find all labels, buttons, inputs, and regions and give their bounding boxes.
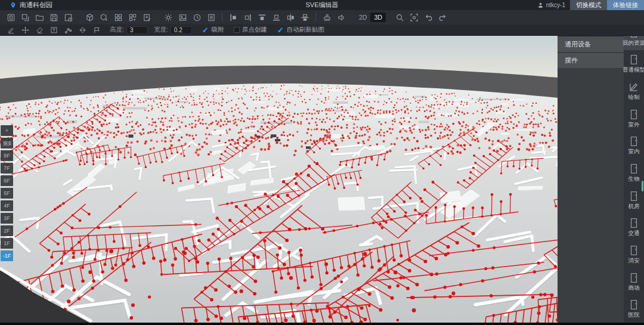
save-history-icon[interactable] [61, 11, 75, 23]
sidebar-item-draw[interactable]: 绘制 [624, 77, 644, 104]
check-icon: ✓ [277, 26, 284, 34]
sidebar-item-outdoor[interactable]: 室外 [624, 104, 644, 132]
save-icon[interactable] [47, 11, 61, 23]
floor-button-2f[interactable]: 2F [1, 225, 13, 236]
redo-icon[interactable] [436, 11, 450, 23]
user-icon [537, 2, 544, 8]
align-wall-right-icon[interactable] [240, 11, 255, 23]
floor-button-7f[interactable]: 7F [1, 163, 13, 174]
door-icon [628, 54, 639, 65]
add-floor-button[interactable]: + [1, 125, 13, 136]
scene-render [0, 36, 558, 323]
switch-mode-button[interactable]: 切换模式 [570, 0, 607, 10]
width-label: 宽度: [154, 26, 168, 34]
align-wall-bottom-icon[interactable] [269, 11, 283, 23]
check-icon: ✓ [202, 26, 209, 34]
scrollbar-thumb[interactable] [642, 181, 643, 191]
move-icon[interactable] [18, 25, 32, 35]
width-input[interactable] [171, 26, 192, 34]
user-chip[interactable]: ntkcy-1 [537, 2, 565, 8]
door-icon [628, 109, 639, 120]
model-add-icon[interactable] [97, 11, 111, 23]
model-rotate-icon[interactable] [82, 11, 97, 23]
blocks-icon[interactable] [111, 11, 125, 23]
location-pin-icon [10, 2, 17, 9]
align-center-h-icon[interactable] [283, 11, 298, 23]
door-icon [628, 218, 639, 228]
floor-button-3f[interactable]: 3F [1, 213, 13, 224]
capture-icon[interactable] [407, 11, 422, 23]
prism-icon[interactable] [75, 25, 89, 35]
floor-button-b1f[interactable]: -1F [1, 250, 13, 261]
door-icon [628, 245, 639, 256]
flag-icon[interactable] [89, 25, 104, 35]
view-3d-button[interactable]: 3D [370, 13, 385, 22]
sidebar-item-traffic[interactable]: 交通 [624, 213, 644, 241]
list-icon[interactable] [204, 11, 218, 23]
folder-open-icon[interactable] [32, 11, 47, 23]
door-icon [628, 136, 639, 147]
project-name: 南通科创园 [20, 1, 52, 10]
project-board-icon[interactable] [4, 11, 18, 23]
title-bar: 南通科创园 SVE编辑器 ntkcy-1 切换模式 体验链接 [0, 0, 644, 10]
sidebar-item-mall[interactable]: 商场 [624, 268, 644, 295]
category-sidebar: 我的资源 普通模型 绘制 室外 室内 生物 机房 交通 [624, 23, 644, 323]
library-item-ornaments[interactable]: 摆件 [558, 53, 624, 68]
draw-toolbar: 高度: 宽度: ✓ 吸附 原点创建 ✓ 自动刷新贴图 [0, 24, 644, 36]
floor-button-1f[interactable]: 1F [1, 238, 13, 249]
floor-button-6f[interactable]: 6F [1, 175, 13, 186]
app-title: SVE编辑器 [179, 1, 465, 10]
project-info: 南通科创园 [0, 1, 179, 10]
pencil-ruler-icon [628, 82, 639, 92]
stamp-icon[interactable] [320, 11, 334, 23]
sidebar-item-hospital[interactable]: 医院 [624, 295, 644, 323]
pencil-icon[interactable] [4, 25, 18, 35]
floor-panel: + 屋顶 8F 7F 6F 5F 4F 3F 2F 1F -1F [1, 125, 13, 261]
door-icon [628, 191, 639, 202]
sidebar-item-machine-room[interactable]: 机房 [624, 186, 644, 213]
blocks-add-icon[interactable] [125, 11, 140, 23]
text-tool-icon[interactable] [47, 25, 61, 35]
eraser-icon[interactable] [32, 25, 47, 35]
floor-button-8f[interactable]: 8F [1, 150, 13, 161]
floor-button-4f[interactable]: 4F [1, 200, 13, 211]
align-center-v-icon[interactable] [298, 11, 312, 23]
library-item-general-devices[interactable]: 通用设备 [558, 37, 624, 52]
sidebar-item-creatures[interactable]: 生物 [624, 159, 644, 186]
view-2d-button[interactable]: 2D [355, 13, 370, 22]
viewport-3d[interactable]: + 屋顶 8F 7F 6F 5F 4F 3F 2F 1F -1F [0, 36, 558, 323]
snap-checkbox[interactable]: ✓ 吸附 [202, 26, 224, 34]
sve-editor-window: 南通科创园 SVE编辑器 ntkcy-1 切换模式 体验链接 [0, 0, 644, 325]
speaker-icon[interactable] [334, 11, 348, 23]
history-clock-icon[interactable] [190, 11, 204, 23]
title-bar-right: ntkcy-1 切换模式 体验链接 [465, 0, 644, 10]
door-icon [628, 163, 639, 174]
image-icon[interactable] [175, 11, 190, 23]
undo-icon[interactable] [422, 11, 436, 23]
floor-button-5f[interactable]: 5F [1, 188, 13, 199]
bottom-letterbox [0, 323, 644, 325]
search-icon[interactable] [393, 11, 407, 23]
main-toolbar: 2D 3D [0, 10, 644, 24]
doc-edit-icon[interactable] [140, 11, 154, 23]
door-icon [628, 299, 639, 310]
align-wall-top-icon[interactable] [255, 11, 269, 23]
door-icon [628, 273, 639, 283]
brightness-icon[interactable] [161, 11, 175, 23]
floor-button-roof[interactable]: 屋顶 [1, 138, 13, 148]
height-label: 高度: [110, 26, 124, 34]
user-name: ntkcy-1 [546, 2, 565, 8]
auto-refresh-texture-checkbox[interactable]: ✓ 自动刷新贴图 [277, 26, 324, 34]
sidebar-item-indoor[interactable]: 室内 [624, 132, 644, 159]
polyline-icon[interactable] [61, 25, 75, 35]
experience-link-button[interactable]: 体验链接 [607, 0, 644, 10]
height-input[interactable] [126, 26, 148, 34]
align-wall-left-icon[interactable] [226, 11, 240, 23]
library-panel: 通用设备 摆件 [558, 23, 624, 323]
origin-create-checkbox[interactable]: 原点创建 [234, 26, 267, 34]
checkbox-empty-icon [234, 27, 240, 33]
sidebar-item-common-models[interactable]: 普通模型 [624, 50, 644, 78]
sidebar-item-fire-safety[interactable]: 消安 [624, 241, 644, 268]
copy-icon[interactable] [18, 11, 32, 23]
